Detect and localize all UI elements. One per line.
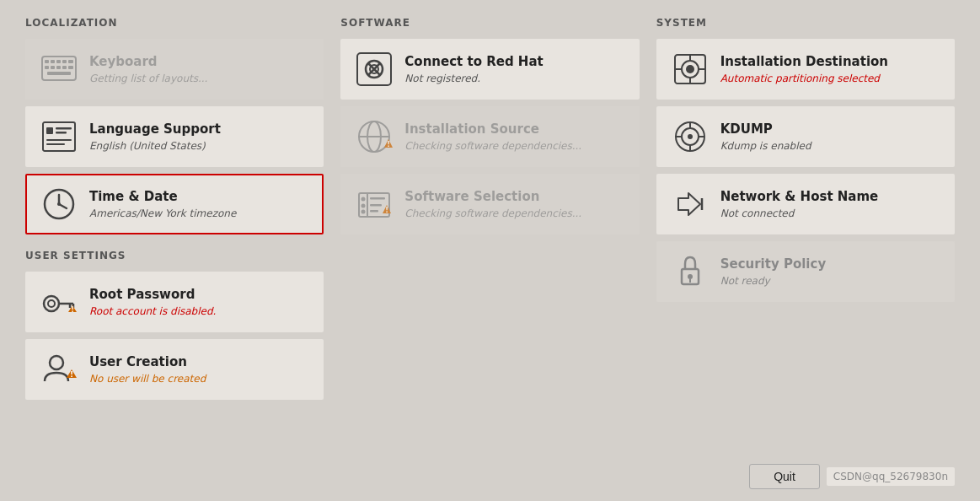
- svg-text:!: !: [70, 370, 73, 379]
- time-text: Time & Date Americas/New York timezone: [89, 189, 236, 219]
- time-title: Time & Date: [89, 189, 236, 206]
- software-selection-title: Software Selection: [404, 189, 581, 206]
- svg-rect-15: [56, 132, 67, 134]
- software-selection-tile[interactable]: ! Software Selection Checking software d…: [340, 174, 639, 234]
- svg-rect-14: [56, 127, 72, 130]
- network-title: Network & Host Name: [720, 189, 879, 206]
- security-title: Security Policy: [720, 256, 827, 273]
- footer: Quit CSDN@qq_52679830n: [25, 457, 955, 493]
- destination-tile[interactable]: Installation Destination Automatic parti…: [656, 39, 955, 100]
- svg-rect-3: [56, 60, 61, 63]
- redhat-title: Connect to Red Hat: [404, 54, 543, 71]
- svg-rect-10: [68, 66, 73, 69]
- svg-text:!: !: [386, 207, 389, 214]
- security-icon: [670, 251, 710, 292]
- redhat-subtitle: Not registered.: [404, 73, 543, 84]
- svg-rect-13: [46, 127, 53, 134]
- svg-rect-2: [51, 60, 55, 63]
- system-section: SYSTEM Installation Destination: [656, 17, 955, 457]
- language-subtitle: English (United States): [89, 140, 221, 152]
- destination-subtitle: Automatic partitioning selected: [720, 73, 888, 84]
- time-subtitle: Americas/New York timezone: [89, 207, 236, 219]
- svg-rect-16: [46, 139, 72, 141]
- svg-point-23: [48, 300, 55, 307]
- svg-rect-12: [43, 122, 75, 151]
- root-password-text: Root Password Root account is disabled.: [89, 287, 216, 317]
- source-title: Installation Source: [404, 121, 581, 138]
- svg-rect-11: [47, 72, 71, 75]
- root-password-icon: !: [39, 282, 79, 322]
- quit-button[interactable]: Quit: [749, 464, 820, 489]
- watermark: CSDN@qq_52679830n: [827, 467, 955, 486]
- network-subtitle: Not connected: [720, 207, 879, 219]
- language-tile[interactable]: Language Support English (United States): [25, 106, 324, 167]
- svg-point-52: [686, 65, 694, 73]
- svg-rect-1: [45, 60, 49, 63]
- svg-rect-5: [68, 60, 73, 63]
- svg-rect-4: [62, 60, 67, 63]
- keyboard-subtitle: Getting list of layouts...: [89, 73, 207, 84]
- svg-rect-8: [56, 66, 61, 69]
- kdump-icon: [670, 116, 710, 157]
- root-password-subtitle: Root account is disabled.: [89, 305, 216, 317]
- root-password-tile[interactable]: ! Root Password Root account is disabled…: [25, 272, 324, 332]
- keyboard-tile[interactable]: Keyboard Getting list of layouts...: [25, 39, 324, 100]
- destination-icon: [670, 49, 710, 89]
- svg-rect-17: [46, 143, 65, 145]
- sections-row: LOCALIZATION: [25, 17, 955, 457]
- svg-text:!: !: [71, 306, 74, 314]
- svg-point-63: [688, 134, 693, 139]
- svg-rect-7: [51, 66, 55, 69]
- software-selection-text: Software Selection Checking software dep…: [404, 189, 581, 219]
- user-creation-tile[interactable]: ! User Creation No user will be created: [25, 339, 324, 400]
- network-text: Network & Host Name Not connected: [720, 189, 879, 219]
- user-creation-icon: !: [39, 349, 79, 390]
- root-password-title: Root Password: [89, 287, 216, 304]
- time-icon: [39, 184, 79, 224]
- security-text: Security Policy Not ready: [720, 256, 827, 287]
- svg-point-46: [361, 210, 366, 214]
- source-icon: !: [354, 116, 394, 157]
- kdump-title: KDUMP: [720, 121, 811, 138]
- svg-rect-43: [370, 197, 385, 200]
- redhat-text: Connect to Red Hat Not registered.: [404, 54, 543, 84]
- source-text: Installation Source Checking software de…: [404, 121, 581, 152]
- software-header: SOFTWARE: [340, 17, 639, 29]
- software-selection-icon: !: [354, 184, 394, 224]
- language-icon: [39, 116, 79, 157]
- redhat-icon: [354, 49, 394, 89]
- svg-rect-47: [370, 210, 378, 213]
- kdump-text: KDUMP Kdump is enabled: [720, 121, 811, 152]
- svg-rect-45: [370, 204, 382, 207]
- user-creation-title: User Creation: [89, 354, 206, 371]
- kdump-subtitle: Kdump is enabled: [720, 140, 811, 152]
- svg-point-21: [57, 202, 61, 206]
- security-tile[interactable]: Security Policy Not ready: [656, 241, 955, 302]
- svg-point-29: [50, 356, 63, 369]
- kdump-tile[interactable]: KDUMP Kdump is enabled: [656, 106, 955, 167]
- destination-text: Installation Destination Automatic parti…: [720, 54, 888, 84]
- language-text: Language Support English (United States): [89, 121, 221, 152]
- keyboard-icon: [39, 49, 79, 89]
- user-creation-text: User Creation No user will be created: [89, 354, 206, 385]
- redhat-tile[interactable]: Connect to Red Hat Not registered.: [340, 39, 639, 100]
- language-title: Language Support: [89, 121, 221, 138]
- user-creation-subtitle: No user will be created: [89, 373, 206, 385]
- svg-text:!: !: [388, 141, 391, 148]
- network-icon: [670, 184, 710, 224]
- localization-header: LOCALIZATION: [25, 17, 324, 29]
- software-selection-subtitle: Checking software dependencies...: [404, 207, 581, 219]
- security-subtitle: Not ready: [720, 275, 827, 287]
- svg-point-44: [361, 204, 366, 208]
- destination-title: Installation Destination: [720, 54, 888, 71]
- network-tile[interactable]: Network & Host Name Not connected: [656, 174, 955, 234]
- keyboard-text: Keyboard Getting list of layouts...: [89, 54, 207, 84]
- svg-rect-6: [45, 66, 49, 69]
- main-container: LOCALIZATION: [0, 0, 980, 501]
- software-section: SOFTWARE Connect to Red Hat Not register…: [340, 17, 656, 457]
- svg-point-22: [44, 296, 59, 311]
- svg-point-65: [688, 274, 693, 279]
- time-tile[interactable]: Time & Date Americas/New York timezone: [25, 174, 324, 234]
- source-subtitle: Checking software dependencies...: [404, 140, 581, 152]
- source-tile[interactable]: ! Installation Source Checking software …: [340, 106, 639, 167]
